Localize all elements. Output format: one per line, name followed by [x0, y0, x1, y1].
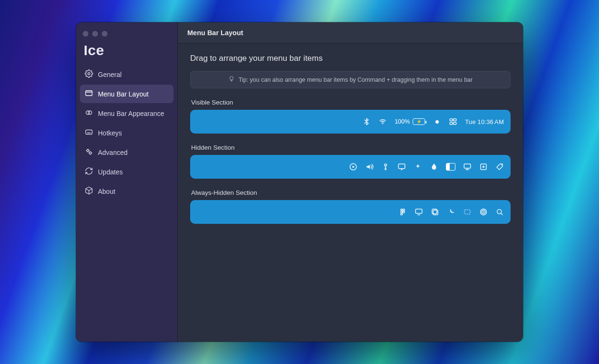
gear-icon: [85, 69, 93, 79]
svg-point-21: [401, 211, 403, 213]
app-window: Ice General Menu Bar Layout Menu Bar App…: [76, 22, 523, 342]
sidebar-item-label: Menu Bar Appearance: [98, 110, 164, 117]
sidebar-item-label: General: [98, 71, 122, 78]
section-label: Visible Section: [191, 99, 511, 106]
gears-icon: [85, 147, 93, 157]
minimize-window-dot[interactable]: [92, 31, 98, 37]
sidebar: Ice General Menu Bar Layout Menu Bar App…: [76, 22, 178, 342]
section-label: Always-Hidden Section: [191, 189, 511, 196]
svg-point-19: [401, 209, 403, 211]
close-window-dot[interactable]: [83, 31, 88, 37]
moon-icon[interactable]: [447, 207, 455, 217]
sidebar-item-about[interactable]: About: [80, 182, 174, 201]
page-title: Menu Bar Layout: [187, 29, 243, 37]
svg-rect-16: [464, 164, 471, 168]
svg-rect-10: [454, 119, 456, 121]
layout-icon: [85, 89, 93, 99]
svg-point-0: [88, 73, 90, 75]
zoom-window-dot[interactable]: [102, 31, 107, 37]
key-icon[interactable]: [381, 162, 390, 172]
svg-point-8: [382, 124, 383, 125]
lightbulb-icon: [228, 76, 235, 84]
svg-point-7: [89, 152, 92, 154]
svg-point-18: [501, 164, 502, 165]
svg-point-31: [497, 210, 502, 214]
sidebar-item-label: Menu Bar Layout: [98, 90, 149, 98]
menubar-clock[interactable]: Tue 10:36 AM: [465, 116, 504, 127]
svg-point-22: [403, 211, 405, 213]
svg-rect-25: [433, 210, 438, 215]
svg-rect-5: [86, 130, 92, 134]
drop-icon[interactable]: [430, 162, 438, 172]
svg-point-4: [88, 111, 92, 115]
svg-rect-11: [450, 123, 453, 125]
sidebar-item-label: Updates: [98, 168, 123, 176]
tag-icon[interactable]: [495, 162, 504, 172]
sidebar-item-menu-bar-appearance[interactable]: Menu Bar Appearance: [80, 104, 174, 123]
svg-rect-26: [432, 209, 437, 214]
bluetooth-icon[interactable]: [362, 116, 371, 127]
window-controls: [76, 27, 177, 41]
svg-rect-24: [415, 209, 422, 213]
cube-icon: [85, 186, 93, 196]
monitor-icon[interactable]: [415, 207, 423, 217]
control-center-icon[interactable]: [449, 116, 457, 127]
svg-point-20: [403, 209, 405, 211]
svg-rect-15: [398, 164, 405, 169]
battery-icon: ⚡: [413, 118, 425, 125]
appearance-icon: [85, 108, 93, 118]
sidebar-item-label: Hotkeys: [98, 129, 122, 137]
tip-text: Tip: you can also arrange menu bar items…: [239, 77, 473, 83]
plus-square-icon[interactable]: [479, 162, 488, 172]
svg-point-28: [483, 211, 484, 213]
dotted-rect-icon[interactable]: [463, 207, 472, 217]
svg-rect-9: [450, 119, 453, 121]
sidebar-item-hotkeys[interactable]: Hotkeys: [80, 124, 174, 142]
refresh-icon: [85, 167, 93, 177]
app-title: Ice: [76, 41, 177, 65]
sparkle-icon[interactable]: [414, 162, 422, 172]
content-heading: Drag to arrange your menu bar items: [190, 54, 511, 63]
sidebar-item-advanced[interactable]: Advanced: [80, 143, 174, 162]
panel-split-icon[interactable]: [446, 162, 455, 172]
svg-rect-12: [454, 123, 456, 125]
menubar-section-strip[interactable]: 100% ⚡ Tue 10:36 AM: [190, 110, 511, 134]
windows-stack-icon[interactable]: [431, 207, 439, 217]
tip-callout: Tip: you can also arrange menu bar items…: [190, 71, 511, 88]
titlebar: Menu Bar Layout: [178, 22, 523, 43]
svg-point-23: [401, 213, 403, 215]
content: Drag to arrange your menu bar items Tip:…: [178, 43, 523, 342]
sidebar-item-general[interactable]: General: [80, 65, 174, 84]
svg-rect-1: [86, 91, 92, 96]
battery-status[interactable]: 100% ⚡: [395, 116, 425, 127]
sidebar-item-label: Advanced: [98, 149, 127, 156]
sidebar-item-updates[interactable]: Updates: [80, 163, 174, 181]
dot-icon[interactable]: [433, 116, 441, 127]
svg-point-6: [87, 150, 89, 152]
display-icon[interactable]: [463, 162, 472, 172]
airdrop-icon[interactable]: [479, 207, 488, 217]
search-icon[interactable]: [495, 207, 504, 217]
sidebar-item-label: About: [98, 188, 116, 195]
airplay-icon[interactable]: [397, 162, 406, 172]
figma-icon[interactable]: [398, 207, 407, 217]
section-label: Hidden Section: [191, 144, 511, 151]
volume-icon[interactable]: [365, 162, 374, 172]
menubar-section-strip[interactable]: [190, 200, 511, 224]
battery-percent: 100%: [395, 118, 410, 125]
play-circle-icon[interactable]: [349, 162, 357, 172]
menubar-section-strip[interactable]: [190, 155, 511, 179]
svg-rect-27: [464, 210, 470, 214]
keyboard-icon: [85, 128, 93, 138]
sidebar-nav: General Menu Bar Layout Menu Bar Appeara…: [76, 65, 177, 201]
main-pane: Menu Bar Layout Drag to arrange your men…: [178, 22, 523, 342]
sidebar-item-menu-bar-layout[interactable]: Menu Bar Layout: [80, 85, 174, 103]
wifi-icon[interactable]: [378, 116, 387, 127]
